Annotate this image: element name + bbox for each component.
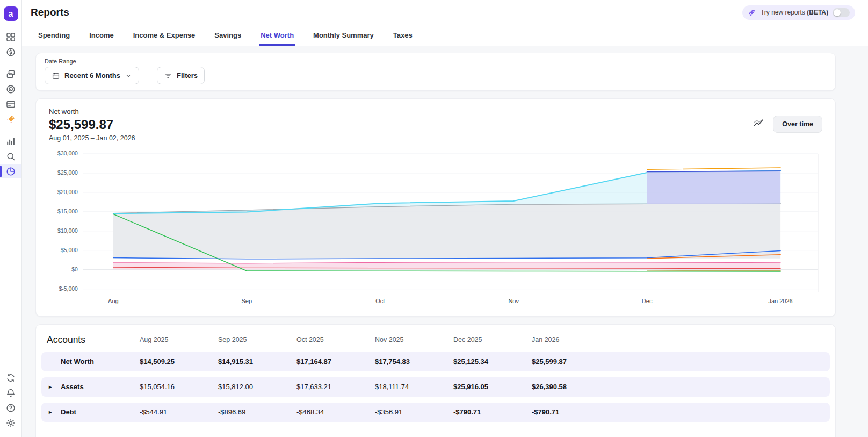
sidebar-item-goals[interactable] xyxy=(0,112,21,126)
debt-dec: -$790.71 xyxy=(453,408,532,416)
accounts-card: Accounts Aug 2025 Sep 2025 Oct 2025 Nov … xyxy=(35,324,836,437)
over-time-button[interactable]: Over time xyxy=(773,116,822,133)
net-worth-chart[interactable]: $30,000$25,000$20,000$15,000$10,000$5,00… xyxy=(49,147,822,309)
net-worth-jan: $25,599.87 xyxy=(532,357,610,366)
net-worth-dec: $25,125.34 xyxy=(453,357,532,366)
sidebar-item-notifications[interactable] xyxy=(0,386,21,400)
assets-nov: $18,111.74 xyxy=(375,383,453,391)
notifications-icon xyxy=(5,388,16,398)
net-worth-date-range: Aug 01, 2025 – Jan 02, 2026 xyxy=(49,134,135,142)
sidebar-item-spending-plan[interactable] xyxy=(0,82,21,96)
main-area: Reports Try new reports (BETA) Spending … xyxy=(22,0,868,437)
tab-net-worth[interactable]: Net Worth xyxy=(259,25,295,46)
sidebar-item-settings[interactable] xyxy=(0,416,21,430)
toggle-knob xyxy=(834,9,841,16)
tab-spending[interactable]: Spending xyxy=(37,25,71,46)
net-worth-nov: $17,754.83 xyxy=(375,357,453,366)
chart-controls: Over time xyxy=(750,115,822,133)
calendar-icon xyxy=(52,71,60,80)
sidebar-item-bills[interactable] xyxy=(0,97,21,111)
svg-text:$5,000: $5,000 xyxy=(61,247,78,253)
debt-oct: -$468.34 xyxy=(296,408,375,416)
assets-aug: $15,054.16 xyxy=(140,383,218,391)
spending-plan-icon xyxy=(5,84,16,95)
column-header-dec: Dec 2025 xyxy=(453,336,532,343)
net-worth-card: Net worth $25,599.87 Aug 01, 2025 – Jan … xyxy=(35,98,836,317)
net-worth-aug: $14,509.25 xyxy=(140,357,218,366)
svg-text:Oct: Oct xyxy=(375,298,385,304)
assets-oct: $17,633.21 xyxy=(296,383,375,391)
goals-icon xyxy=(5,114,16,125)
accounts-title: Accounts xyxy=(41,334,140,346)
svg-text:$15,000: $15,000 xyxy=(57,209,78,214)
transactions-icon xyxy=(5,47,16,58)
tab-monthly-summary[interactable]: Monthly Summary xyxy=(312,25,375,46)
help-icon xyxy=(5,403,16,413)
date-range-value: Recent 6 Months xyxy=(64,71,120,80)
expand-icon[interactable]: ▸ xyxy=(49,410,52,415)
svg-text:$0: $0 xyxy=(71,267,78,273)
beta-label: Try new reports (BETA) xyxy=(761,9,828,16)
search-icon xyxy=(5,151,16,162)
beta-pill: Try new reports (BETA) xyxy=(742,5,855,20)
app-root: a Reports Try new reports (BETA) Spendin… xyxy=(0,0,868,437)
date-range-group: Date Range Recent 6 Months xyxy=(45,58,139,84)
sidebar-item-investments[interactable] xyxy=(0,134,21,148)
svg-text:$20,000: $20,000 xyxy=(57,189,78,195)
tab-income[interactable]: Income xyxy=(88,25,115,46)
filters-button[interactable]: Filters xyxy=(157,67,205,84)
assets-sep: $15,812.00 xyxy=(218,383,296,391)
assets-dec: $25,916.05 xyxy=(453,383,532,391)
chevron-down-icon xyxy=(125,72,132,80)
table-row-debt[interactable]: ▸ Debt -$544.91 -$896.69 -$468.34 -$356.… xyxy=(41,403,830,422)
column-header-aug: Aug 2025 xyxy=(140,336,218,343)
svg-text:Sep: Sep xyxy=(242,298,252,304)
svg-text:$25,000: $25,000 xyxy=(57,170,78,176)
sidebar-item-reports[interactable] xyxy=(0,164,21,178)
svg-text:$10,000: $10,000 xyxy=(57,228,78,234)
accounts-table-header: Accounts Aug 2025 Sep 2025 Oct 2025 Nov … xyxy=(41,330,830,352)
tab-income-expense[interactable]: Income & Expense xyxy=(132,25,197,46)
svg-text:$30,000: $30,000 xyxy=(57,151,78,156)
table-row-assets[interactable]: ▸ Assets $15,054.16 $15,812.00 $17,633.2… xyxy=(41,377,830,397)
tab-bar: Spending Income Income & Expense Savings… xyxy=(22,25,868,46)
sidebar-item-search[interactable] xyxy=(0,149,21,163)
sidebar-item-accounts[interactable] xyxy=(0,67,21,81)
table-row-net-worth[interactable]: Net Worth $14,509.25 $14,915.31 $17,164.… xyxy=(41,352,830,371)
reports-icon xyxy=(5,166,16,177)
topbar: Reports Try new reports (BETA) xyxy=(22,0,868,25)
sidebar-nav xyxy=(0,30,21,179)
sidebar-item-sync[interactable] xyxy=(0,371,21,385)
app-logo[interactable]: a xyxy=(4,6,18,21)
row-label: Debt xyxy=(61,408,76,416)
column-header-sep: Sep 2025 xyxy=(218,336,296,343)
chart-header: Net worth $25,599.87 Aug 01, 2025 – Jan … xyxy=(49,108,822,142)
svg-text:Dec: Dec xyxy=(642,298,653,304)
tab-taxes[interactable]: Taxes xyxy=(392,25,414,46)
chart-style-button[interactable] xyxy=(750,115,766,133)
sidebar-item-dashboard[interactable] xyxy=(0,30,21,44)
sidebar-bottom-nav xyxy=(0,370,21,431)
sidebar: a xyxy=(0,0,22,437)
column-header-nov: Nov 2025 xyxy=(375,336,453,343)
expand-icon[interactable]: ▸ xyxy=(49,384,52,390)
beta-toggle[interactable] xyxy=(833,8,850,17)
sidebar-item-transactions[interactable] xyxy=(0,45,21,59)
assets-jan: $26,390.58 xyxy=(532,383,610,391)
tab-savings[interactable]: Savings xyxy=(213,25,242,46)
date-range-select[interactable]: Recent 6 Months xyxy=(45,67,139,84)
dashboard-icon xyxy=(5,32,16,42)
investments-icon xyxy=(5,136,16,147)
app-logo-letter: a xyxy=(9,9,13,19)
svg-text:$-5,000: $-5,000 xyxy=(59,286,78,292)
beta-badge: (BETA) xyxy=(807,9,828,16)
accounts-icon xyxy=(5,69,16,80)
debt-jan: -$790.71 xyxy=(532,408,610,416)
sidebar-item-help[interactable] xyxy=(0,401,21,415)
line-chart-icon xyxy=(753,117,764,131)
svg-text:Nov: Nov xyxy=(508,298,519,304)
filter-bar: Date Range Recent 6 Months Filters xyxy=(35,53,836,91)
date-range-label: Date Range xyxy=(45,58,139,65)
filters-button-label: Filters xyxy=(177,71,198,80)
debt-sep: -$896.69 xyxy=(218,408,296,416)
